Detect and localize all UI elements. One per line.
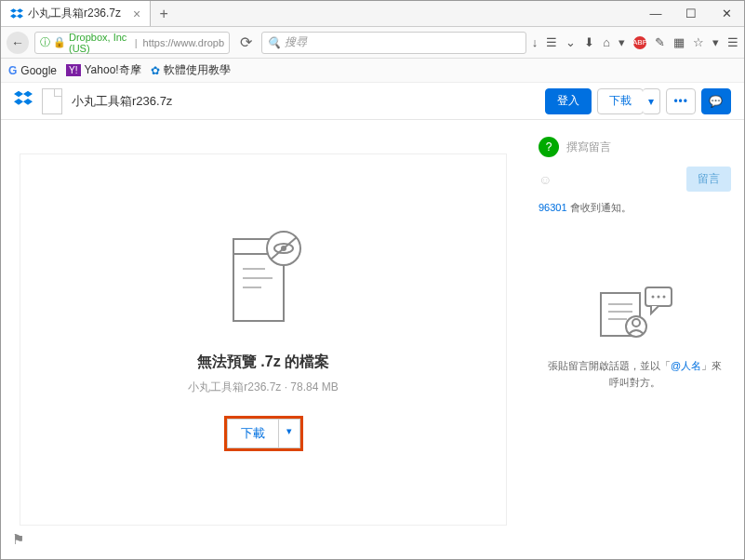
reload-button[interactable]: ⟳ [235, 33, 256, 51]
address-input[interactable]: ⓘ 🔒 Dropbox, Inc (US) | https://www.drop… [34, 32, 230, 54]
more-button[interactable]: ••• [666, 88, 696, 114]
search-placeholder: 搜尋 [285, 34, 307, 50]
mention-link[interactable]: @人名 [671, 360, 701, 371]
browser-tab[interactable]: 小丸工具箱r236.7z × [1, 1, 151, 26]
menu-icon[interactable]: ☰ [727, 35, 738, 49]
close-button[interactable]: ✕ [709, 1, 744, 26]
url-bar: ← ⓘ 🔒 Dropbox, Inc (US) | https://www.dr… [1, 27, 744, 59]
dropbox-logo-icon[interactable] [14, 89, 33, 113]
comment-actions: ☺ 留言 [539, 167, 731, 192]
content-area: 無法預覽 .7z 的檔案 小丸工具箱r236.7z · 78.84 MB 下載 … [1, 120, 744, 559]
svg-point-15 [651, 296, 654, 299]
chevron-icon[interactable]: ▾ [619, 35, 625, 49]
url-sep: | [135, 37, 138, 48]
lock-icon: ⓘ [40, 35, 50, 49]
bookmark-yahoo[interactable]: Y!Yahoo!奇摩 [66, 62, 141, 78]
star-icon[interactable]: ☆ [693, 35, 704, 49]
download-button[interactable]: 下載 [597, 88, 644, 114]
minimize-button[interactable]: — [638, 1, 673, 26]
home-icon[interactable]: ⌂ [603, 35, 610, 49]
comments-illustration [539, 280, 731, 345]
search-input[interactable]: 🔍 搜尋 [261, 32, 526, 54]
no-preview-icon [217, 228, 310, 334]
header-filename: 小丸工具箱r236.7z [72, 93, 172, 110]
file-icon [42, 88, 62, 114]
download-highlight: 下載 ▾ [224, 416, 303, 451]
padlock-icon: 🔒 [53, 36, 66, 48]
toolbar-icons: ↓ ☰ ⌄ ⬇ ⌂ ▾ ABP ✎ ▦ ☆ ▾ ☰ [532, 35, 738, 49]
login-button[interactable]: 登入 [545, 88, 592, 114]
new-tab-button[interactable]: + [151, 1, 177, 26]
center-download-button[interactable]: 下載 [227, 419, 279, 448]
more-icon[interactable]: ▾ [712, 35, 719, 49]
pocket-icon[interactable]: ⌄ [565, 35, 576, 49]
window-controls: — ☐ ✕ [638, 1, 744, 26]
back-button[interactable]: ← [7, 32, 29, 54]
google-icon: G [8, 64, 17, 77]
maximize-button[interactable]: ☐ [673, 1, 709, 26]
bookmarks-bar: GGoogle Y!Yahoo!奇摩 ✿軟體使用教學 [1, 59, 744, 83]
emoji-icon[interactable]: ☺ [539, 172, 552, 187]
chat-button[interactable]: 💬 [701, 88, 731, 114]
gear-icon: ✿ [151, 64, 160, 77]
page-header: 小丸工具箱r236.7z 登入 下載 ▾ ••• 💬 [1, 83, 744, 120]
post-comment-button[interactable]: 留言 [686, 167, 731, 192]
comments-column: ? 撰寫留言 ☺ 留言 96301 會收到通知。 張 [525, 120, 744, 559]
adblock-icon[interactable]: ABP [633, 36, 646, 49]
download-icon[interactable]: ↓ [532, 35, 539, 49]
no-preview-title: 無法預覽 .7z 的檔案 [197, 353, 329, 372]
comment-input[interactable]: 撰寫留言 [566, 140, 611, 155]
url-domain: Dropbox, Inc (US) [69, 32, 132, 54]
preview-panel: 無法預覽 .7z 的檔案 小丸工具箱r236.7z · 78.84 MB 下載 … [20, 153, 507, 526]
notification-text: 96301 會收到通知。 [539, 201, 731, 215]
search-icon: 🔍 [267, 36, 281, 49]
tab-close-icon[interactable]: × [133, 7, 140, 21]
notif-count-link[interactable]: 96301 [539, 202, 567, 213]
reader-icon[interactable]: ☰ [546, 35, 557, 49]
tab-title: 小丸工具箱r236.7z [28, 6, 121, 21]
window-titlebar: 小丸工具箱r236.7z × + — ☐ ✕ [1, 1, 744, 27]
svg-point-16 [657, 296, 659, 299]
bookmark-software[interactable]: ✿軟體使用教學 [151, 62, 231, 78]
comment-row: ? 撰寫留言 [539, 137, 731, 157]
flag-icon[interactable]: ⚑ [12, 531, 24, 548]
file-info: 小丸工具箱r236.7z · 78.84 MB [188, 380, 338, 395]
bookmark-google[interactable]: GGoogle [8, 64, 57, 77]
center-download-dropdown[interactable]: ▾ [279, 419, 300, 448]
header-buttons: 登入 下載 ▾ ••• 💬 [545, 88, 731, 114]
comments-hint: 張貼留言開啟話題，並以「@人名」來呼叫對方。 [539, 358, 731, 391]
yahoo-icon: Y! [66, 64, 80, 76]
preview-column: 無法預覽 .7z 的檔案 小丸工具箱r236.7z · 78.84 MB 下載 … [1, 120, 525, 559]
svg-point-17 [662, 296, 665, 299]
dropbox-favicon-icon [10, 7, 23, 20]
download-dropdown[interactable]: ▾ [643, 88, 660, 114]
url-path: https://www.dropb [143, 37, 224, 48]
downarrow-icon[interactable]: ⬇ [584, 35, 594, 49]
note-icon[interactable]: ✎ [655, 35, 665, 49]
avatar-icon: ? [539, 137, 559, 157]
grid-icon[interactable]: ▦ [673, 35, 685, 49]
